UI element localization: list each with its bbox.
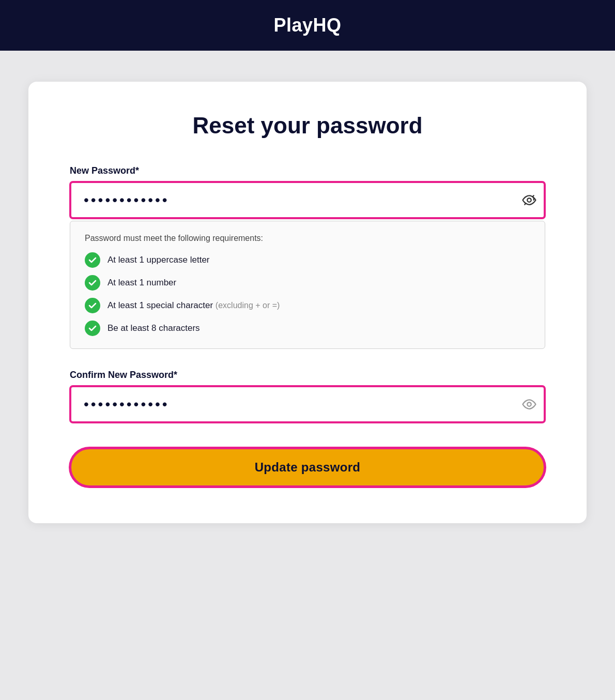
new-password-input[interactable] <box>70 181 545 219</box>
new-password-toggle-btn[interactable] <box>521 192 537 208</box>
req-uppercase-text: At least 1 uppercase letter <box>107 255 210 265</box>
req-length-text: Be at least 8 characters <box>107 323 200 333</box>
req-special-note: (excluding + or =) <box>216 301 280 310</box>
confirm-password-label: Confirm New Password* <box>70 370 545 381</box>
req-length-check <box>85 321 100 336</box>
req-special-check <box>85 298 100 313</box>
eye-refresh-icon <box>521 192 537 208</box>
req-number: At least 1 number <box>85 275 530 291</box>
new-password-wrapper <box>70 181 545 219</box>
checkmark-icon <box>88 301 97 310</box>
svg-point-1 <box>527 402 531 406</box>
req-special: At least 1 special character (excluding … <box>85 298 530 313</box>
requirements-title: Password must meet the following require… <box>85 234 530 243</box>
password-requirements-box: Password must meet the following require… <box>70 221 545 349</box>
page-title: Reset your password <box>70 113 545 139</box>
checkmark-icon <box>88 324 97 332</box>
confirm-password-input[interactable] <box>70 386 545 423</box>
confirm-password-section: Confirm New Password* <box>70 370 545 423</box>
update-password-button[interactable]: Update password <box>70 448 545 487</box>
new-password-section: New Password* Password must meet the <box>70 165 545 349</box>
confirm-password-toggle-btn[interactable] <box>521 397 537 412</box>
req-uppercase-check <box>85 252 100 268</box>
req-uppercase: At least 1 uppercase letter <box>85 252 530 268</box>
req-special-text: At least 1 special character (excluding … <box>107 300 280 311</box>
top-bar: PlayHQ <box>0 0 615 51</box>
page-content: Reset your password New Password* <box>0 51 615 700</box>
app-title: PlayHQ <box>273 14 341 36</box>
new-password-label: New Password* <box>70 165 545 176</box>
reset-password-card: Reset your password New Password* <box>28 82 587 523</box>
req-number-text: At least 1 number <box>107 278 176 288</box>
svg-point-0 <box>527 198 531 202</box>
req-length: Be at least 8 characters <box>85 321 530 336</box>
eye-icon <box>521 397 537 412</box>
confirm-password-wrapper <box>70 386 545 423</box>
checkmark-icon <box>88 279 97 287</box>
req-number-check <box>85 275 100 291</box>
checkmark-icon <box>88 256 97 264</box>
